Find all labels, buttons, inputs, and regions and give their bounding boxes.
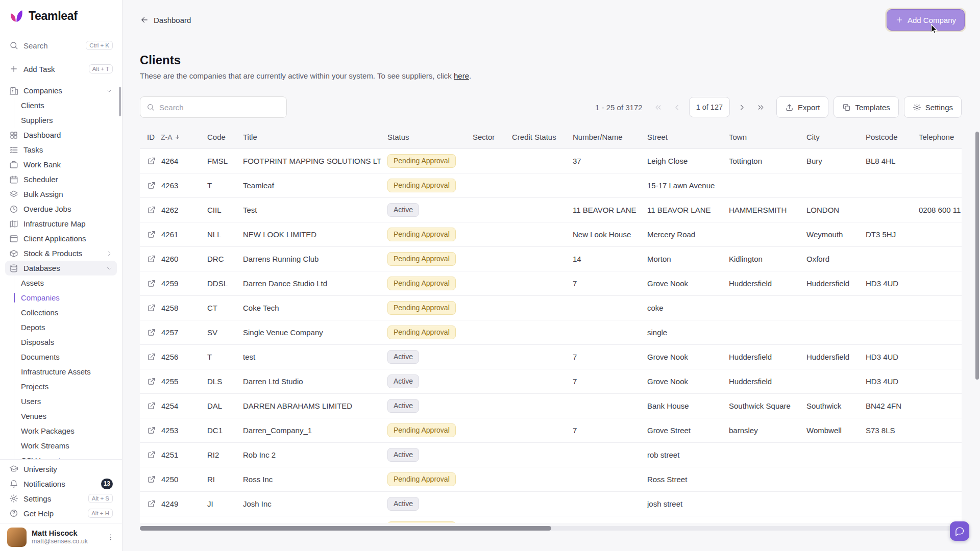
sidebar-item-get-help[interactable]: Get HelpAlt + H (5, 506, 117, 521)
horizontal-scrollbar-thumb[interactable] (140, 526, 551, 531)
table-row-4258[interactable]: 4258CTCoke TechPending Approvalcoke (140, 295, 962, 320)
pagination-last-button[interactable] (753, 100, 768, 114)
column-header-sector[interactable]: Sector (467, 126, 506, 148)
table-search[interactable] (140, 96, 287, 118)
table-row-4253[interactable]: 4253DC1Darren_Company_1Pending Approval7… (140, 418, 962, 442)
add-company-button[interactable]: Add Company (887, 9, 965, 31)
external-link-icon[interactable] (147, 377, 156, 386)
external-link-icon[interactable] (147, 328, 156, 337)
table-row-4251[interactable]: 4251RI2Rob Inc 2Activerob street (140, 442, 962, 467)
page-scrollbar[interactable] (975, 0, 979, 551)
sidebar-subitem-disposals[interactable]: Disposals (14, 335, 117, 349)
sidebar-subitem-documents[interactable]: Documents (14, 349, 117, 364)
table-horizontal-scrollbar[interactable] (140, 526, 962, 531)
sidebar-item-client-applications[interactable]: Client Applications (5, 231, 117, 246)
sidebar-item-companies[interactable]: Companies (5, 83, 117, 98)
sidebar-subitem-users[interactable]: Users (14, 394, 117, 409)
table-row-4263[interactable]: 4263TTeamleafPending Approval15-17 Lawn … (140, 173, 962, 197)
back-to-dashboard-link[interactable]: Dashboard (140, 15, 191, 24)
external-link-icon[interactable] (147, 475, 156, 484)
table-row[interactable]: Pending Approval (140, 516, 962, 523)
table-row-4262[interactable]: 4262CIILTestActive11 BEAVOR LANE11 BEAVO… (140, 197, 962, 222)
sidebar-subitem-projects[interactable]: Projects (14, 379, 117, 394)
external-link-icon[interactable] (147, 402, 156, 410)
table-row-4256[interactable]: 4256TtestActive7Grove NookHuddersfieldHu… (140, 344, 962, 369)
app-logo[interactable]: Teamleaf (0, 0, 122, 30)
column-header-town[interactable]: Town (723, 126, 800, 148)
column-header-credit-status[interactable]: Credit Status (506, 126, 567, 148)
sidebar-scrollbar-thumb[interactable] (119, 87, 121, 116)
notifications-badge: 13 (101, 479, 113, 489)
export-button[interactable]: Export (776, 96, 828, 118)
table-row-4261[interactable]: 4261NLLNEW LOOK LIMITEDPending ApprovalN… (140, 222, 962, 246)
column-header-status[interactable]: Status (381, 126, 467, 148)
external-link-icon[interactable] (147, 157, 156, 165)
user-menu[interactable]: Matt Hiscock matt@senses.co.uk (0, 523, 122, 551)
column-header-number-name[interactable]: Number/Name (567, 126, 641, 148)
external-link-icon[interactable] (147, 353, 156, 361)
sidebar-item-stock-products[interactable]: Stock & Products (5, 246, 117, 261)
column-header-title[interactable]: Title (237, 126, 381, 148)
table-search-input[interactable] (159, 103, 280, 112)
sidebar-subitem-suppliers[interactable]: Suppliers (14, 113, 117, 128)
sidebar-search[interactable]: Search Ctrl + K (5, 36, 117, 55)
cell-street (641, 516, 723, 523)
column-header-street[interactable]: Street (641, 126, 723, 148)
sidebar-subitem-csv-import[interactable]: CSV Import (14, 453, 117, 459)
sidebar-item-work-bank[interactable]: Work Bank (5, 157, 117, 172)
sidebar-item-overdue-jobs[interactable]: Overdue Jobs (5, 202, 117, 216)
cell-postcode: HD3 4UD (860, 344, 913, 369)
table-row-4257[interactable]: 4257SVSingle Venue CompanyPending Approv… (140, 320, 962, 344)
column-header-code[interactable]: Code (201, 126, 237, 148)
table-row-4254[interactable]: 4254DALDARREN ABRAHAMS LIMITEDActiveBank… (140, 393, 962, 418)
sidebar-item-infrastructure-map[interactable]: Infrastructure Map (5, 216, 117, 231)
dots-vertical-icon[interactable] (107, 533, 115, 541)
sidebar-add-task[interactable]: Add Task Alt + T (5, 60, 117, 78)
sidebar-subitem-venues[interactable]: Venues (14, 409, 117, 423)
chat-button[interactable] (950, 521, 969, 541)
templates-button[interactable]: Templates (834, 96, 898, 118)
external-link-icon[interactable] (147, 181, 156, 190)
suppliers-link[interactable]: here (454, 71, 469, 80)
external-link-icon[interactable] (147, 255, 156, 263)
external-link-icon[interactable] (147, 499, 156, 508)
table-row-4250[interactable]: 4250RIRoss IncPending ApprovalRoss Stree… (140, 467, 962, 491)
sidebar-item-scheduler[interactable]: Scheduler (5, 172, 117, 187)
sidebar-subitem-work-packages[interactable]: Work Packages (14, 423, 117, 438)
sidebar-item-settings[interactable]: SettingsAlt + S (5, 491, 117, 506)
column-header-id[interactable]: IDZ-A (140, 126, 201, 148)
external-link-icon[interactable] (147, 206, 156, 214)
column-header-postcode[interactable]: Postcode (860, 126, 913, 148)
sidebar-item-dashboard[interactable]: Dashboard (5, 128, 117, 142)
pagination-prev-button[interactable] (670, 100, 684, 114)
external-link-icon[interactable] (147, 426, 156, 435)
vertical-scrollbar-thumb[interactable] (975, 132, 979, 380)
sidebar-subitem-assets[interactable]: Assets (14, 276, 117, 290)
sort-indicator[interactable]: Z-A (161, 133, 181, 141)
pagination-next-button[interactable] (734, 100, 749, 114)
external-link-icon[interactable] (147, 450, 156, 459)
external-link-icon[interactable] (147, 230, 156, 239)
sidebar-subitem-work-streams[interactable]: Work Streams (14, 438, 117, 453)
sidebar-item-databases[interactable]: Databases (5, 261, 117, 276)
table-row-4249[interactable]: 4249JIJosh IncActivejosh street (140, 491, 962, 516)
sidebar-subitem-depots[interactable]: Depots (14, 320, 117, 335)
sidebar-subitem-collections[interactable]: Collections (14, 305, 117, 320)
external-link-icon[interactable] (147, 304, 156, 312)
table-row-4259[interactable]: 4259DDSLDarren Dance Studio LtdPending A… (140, 271, 962, 295)
sidebar-item-bulk-assign[interactable]: Bulk Assign (5, 187, 117, 202)
sidebar-subitem-infrastructure-assets[interactable]: Infrastructure Assets (14, 364, 117, 379)
column-header-telephone[interactable]: Telephone (913, 126, 962, 148)
sidebar-subitem-companies[interactable]: Companies (14, 290, 117, 305)
pagination-first-button[interactable] (651, 100, 666, 114)
table-row-4264[interactable]: 4264FMSLFOOTPRINT MAPPING SOLUTIONS LTDP… (140, 148, 962, 173)
table-row-4260[interactable]: 4260DRCDarrens Running ClubPending Appro… (140, 246, 962, 271)
column-header-city[interactable]: City (800, 126, 860, 148)
sidebar-item-notifications[interactable]: Notifications13 (5, 477, 117, 491)
settings-button[interactable]: Settings (904, 96, 962, 118)
table-row-4255[interactable]: 4255DLSDarren Ltd StudioActive7Grove Noo… (140, 369, 962, 393)
sidebar-subitem-clients[interactable]: Clients (14, 98, 117, 113)
sidebar-item-tasks[interactable]: Tasks (5, 142, 117, 157)
sidebar-item-university[interactable]: University (5, 462, 117, 477)
external-link-icon[interactable] (147, 279, 156, 288)
